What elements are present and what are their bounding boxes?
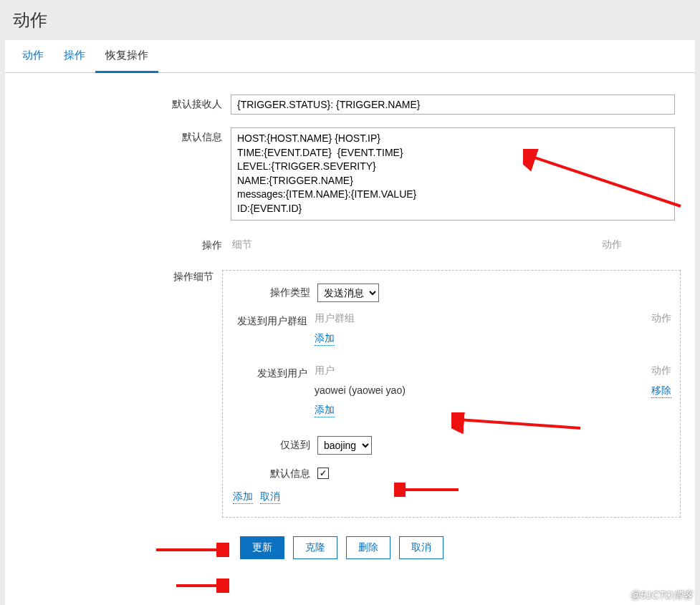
page-title: 动作 [0, 0, 700, 40]
col-detail: 细节 [232, 238, 602, 251]
detail-cancel-link[interactable]: 取消 [260, 490, 280, 504]
tabs: 动作 操作 恢复操作 [5, 40, 695, 73]
user-name: yaowei (yaowei yao) [315, 384, 636, 398]
form-buttons: 更新 克隆 删除 取消 [240, 536, 688, 559]
col-user-action: 动作 [636, 364, 671, 377]
row-default-recipient: 默认接收人 [12, 95, 688, 115]
detail-row-send-groups: 发送到用户群组 用户群组 动作 添加 [231, 312, 671, 346]
content: 动作 操作 恢复操作 默认接收人 默认信息 操作 细节 动作 [5, 40, 695, 605]
add-user-group-link[interactable]: 添加 [315, 332, 335, 346]
tab-operation[interactable]: 操作 [54, 40, 95, 72]
label-send-users: 发送到用户 [231, 364, 315, 380]
users-table: 用户 动作 yaowei (yaowei yao) 移除 添加 [315, 364, 671, 417]
label-operation-detail: 操作细节 [12, 267, 222, 284]
default-info-checkbox[interactable]: ✓ [317, 468, 329, 479]
clone-button[interactable]: 克隆 [293, 536, 337, 559]
remove-user-link[interactable]: 移除 [651, 384, 671, 398]
label-only-send-to: 仅送到 [231, 436, 317, 452]
user-groups-table: 用户群组 动作 添加 [315, 312, 671, 346]
label-default-recipient: 默认接收人 [12, 95, 231, 111]
detail-row-only-send-to: 仅送到 baojing [231, 436, 671, 455]
detail-add-link[interactable]: 添加 [233, 490, 253, 504]
detail-row-default-info: 默认信息 ✓ [231, 465, 671, 480]
add-user-link[interactable]: 添加 [315, 404, 335, 417]
label-op-type: 操作类型 [231, 284, 317, 299]
op-type-select[interactable]: 发送消息 [317, 284, 379, 302]
col-action: 动作 [602, 238, 673, 251]
col-user-group: 用户群组 [315, 312, 636, 325]
label-operations: 操作 [12, 236, 231, 252]
tab-recovery-operation[interactable]: 恢复操作 [95, 40, 158, 73]
update-button[interactable]: 更新 [240, 536, 284, 559]
delete-button[interactable]: 删除 [346, 536, 390, 559]
only-send-to-select[interactable]: baojing [317, 436, 372, 455]
label-send-groups: 发送到用户群组 [231, 312, 315, 328]
form: 默认接收人 默认信息 操作 细节 动作 操作细节 [5, 73, 695, 566]
row-operation-detail: 操作细节 操作类型 发送消息 发送到用户群组 [12, 267, 688, 518]
detail-actions: 添加 取消 [233, 490, 671, 504]
row-operations: 操作 细节 动作 [12, 236, 688, 254]
row-default-message: 默认信息 [12, 127, 688, 223]
cancel-button[interactable]: 取消 [399, 536, 444, 559]
table-row: yaowei (yaowei yao) 移除 [315, 384, 671, 398]
col-user: 用户 [315, 364, 636, 377]
watermark: @51CTO博客 [631, 589, 693, 602]
label-default-message: 默认信息 [12, 127, 231, 144]
detail-row-send-users: 发送到用户 用户 动作 yaowei (yaowei yao) 移除 [231, 364, 671, 417]
operations-table-header: 细节 动作 [231, 236, 675, 254]
tab-action[interactable]: 动作 [12, 40, 54, 72]
detail-row-type: 操作类型 发送消息 [231, 284, 671, 302]
label-default-info: 默认信息 [231, 465, 317, 480]
default-recipient-input[interactable] [231, 95, 675, 115]
col-user-group-action: 动作 [636, 312, 671, 325]
operation-detail-box: 操作类型 发送消息 发送到用户群组 用户群组 [222, 270, 681, 518]
default-message-textarea[interactable] [231, 127, 675, 221]
